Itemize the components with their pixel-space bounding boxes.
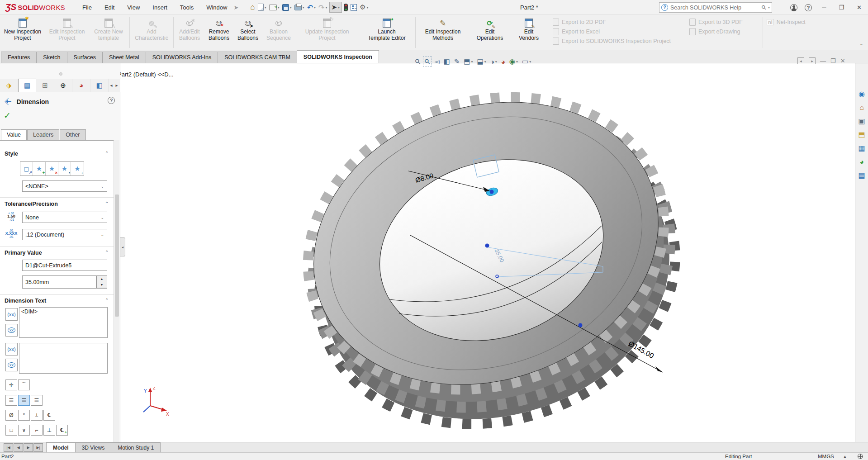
tab-motion-study-1[interactable]: Motion Study 1 (111, 442, 161, 452)
document-close-button[interactable]: ✕ (840, 57, 845, 64)
tolerance-section-header[interactable]: Tolerance/Precision (5, 201, 58, 207)
tolerance-dropdown[interactable]: None⌄ (22, 212, 107, 223)
hide-show-items-button[interactable]: ◑▾ (489, 57, 498, 66)
edit-inspection-project-button[interactable]: ✎ Edit InspectionProject (45, 15, 89, 50)
update-inspection-project-button[interactable]: ↻ Update InspectionProject (297, 15, 357, 50)
style-section-header[interactable]: Style (5, 151, 18, 157)
status-globe-icon[interactable] (858, 454, 863, 459)
restore-button[interactable]: ❐ (836, 4, 847, 11)
tab-model[interactable]: Model (46, 442, 76, 452)
previous-view-button[interactable]: ◅ (433, 57, 441, 66)
delete-style-button[interactable]: ★× (46, 162, 58, 175)
spinner-down-button[interactable]: ▼ (97, 282, 107, 289)
home-button[interactable]: ⌂ (249, 1, 256, 13)
create-style-button[interactable]: ▢↗ (20, 162, 33, 175)
display-manager-tab[interactable]: ◕ (72, 79, 90, 92)
document-properties-button[interactable] (350, 3, 358, 12)
gear-model[interactable] (270, 63, 714, 442)
collapse-ribbon-button[interactable]: ⌃ (859, 43, 863, 49)
section-view-button[interactable]: ◧ (442, 57, 451, 66)
new-inspection-project-button[interactable]: ✱ New InspectionProject (0, 15, 45, 50)
primary-value-collapse-icon[interactable]: ⌃ (105, 250, 109, 255)
options-button[interactable]: ⚙▾ (359, 2, 369, 13)
style-collapse-icon[interactable]: ⌃ (105, 151, 109, 156)
edit-vendors-button[interactable]: ✎ EditVendors (511, 15, 547, 50)
open-button[interactable]: ▾ (268, 3, 280, 12)
add-edit-balloons-button[interactable]: ✱ Add/EditBalloons (175, 15, 204, 50)
dimension-handle-dot[interactable] (490, 190, 494, 194)
center-dimension-button[interactable]: ✛ (5, 379, 17, 390)
save-style-button[interactable]: ★▪ (58, 162, 71, 175)
document-minimize-button[interactable]: — (820, 57, 826, 64)
cam-tree-tab[interactable]: ◧ (90, 79, 109, 92)
view-orientation-button[interactable]: ⬒▾ (462, 57, 474, 66)
view-settings-button[interactable]: ▭▾ (521, 57, 532, 66)
first-tab-button[interactable]: |◀ (4, 443, 13, 452)
tab-leaders[interactable]: Leaders (27, 129, 59, 140)
view-palette-icon[interactable]: ▦ (858, 144, 865, 152)
tab-value[interactable]: Value (1, 129, 27, 140)
previous-document-icon[interactable]: ◂ (797, 57, 804, 64)
dimxpert-manager-tab[interactable]: ⊕ (54, 79, 72, 92)
units-dropdown-icon[interactable]: ▲ (843, 455, 847, 459)
menu-edit[interactable]: Edit (99, 2, 120, 13)
precision-dropdown[interactable]: .12 (Document)⌄ (22, 229, 107, 240)
last-tab-button[interactable]: ▶| (33, 443, 43, 452)
panel-collapse-handle[interactable]: ◂ (120, 237, 125, 256)
primary-value-section-header[interactable]: Primary Value (5, 250, 42, 256)
menu-file[interactable]: File (77, 2, 97, 13)
justify-right-button[interactable]: ☰ (31, 395, 43, 406)
tab-3d-views[interactable]: 3D Views (75, 442, 111, 452)
menu-insert[interactable]: Insert (147, 2, 173, 13)
justify-center-button[interactable]: ☰ (18, 395, 30, 406)
spinner-up-button[interactable]: ▲ (97, 276, 107, 282)
appearances-scenes-icon[interactable]: ◕ (859, 157, 864, 166)
tab-solidworks-cam-tbm[interactable]: SOLIDWORKS CAM TBM (218, 52, 297, 63)
pin-menu-icon[interactable]: ➤ (233, 4, 238, 11)
plus-minus-symbol-button[interactable]: ± (31, 410, 43, 421)
counterbore-symbol-button[interactable]: ⌐ (31, 425, 43, 436)
dimension-text-input-2[interactable] (19, 343, 108, 374)
panel-tabs-scroll-left[interactable]: ◂ (109, 79, 114, 92)
load-style-button[interactable]: ★↓ (71, 162, 84, 175)
dimension-text-input[interactable]: <DIM> (19, 307, 108, 338)
model-viewport[interactable]: Ø8.00 35.00 Ø145.00 Y Z X (0, 63, 868, 442)
balloon-sequence-button[interactable]: BalloonSequence (262, 15, 295, 50)
next-tab-button[interactable]: ▶ (24, 443, 33, 452)
add-characteristic-button[interactable]: ▨✎ AddCharacteristic (131, 15, 172, 50)
remove-balloons-button[interactable]: ✕ RemoveBalloons (204, 15, 233, 50)
search-dropdown-icon[interactable]: ▾ (768, 5, 770, 9)
user-account-icon[interactable] (790, 4, 797, 11)
menu-view[interactable]: View (122, 2, 145, 13)
dimension-handle-dot[interactable] (579, 323, 583, 327)
export-3d-pdf-button[interactable]: Export to 3D PDF (689, 17, 762, 27)
panel-splitter-dot[interactable] (59, 72, 62, 76)
ok-checkmark-button[interactable]: ✓ (4, 110, 11, 121)
export-2d-pdf-button[interactable]: Export to 2D PDF (553, 17, 689, 27)
zoom-to-area-button[interactable]: ⚲ (423, 56, 432, 67)
justify-left-button[interactable]: ☰ (5, 395, 17, 406)
feature-manager-tab[interactable]: ⬗ (0, 79, 18, 92)
zoom-to-fit-button[interactable]: ⚲ (414, 57, 422, 66)
help-search-box[interactable]: ? ⚲ ▾ (659, 2, 772, 13)
more-symbols-button[interactable]: ℄+ (56, 425, 68, 436)
dimension-text-section-header[interactable]: Dimension Text (5, 298, 46, 304)
paren-text-button-2[interactable]: (xx) (5, 343, 18, 356)
document-restore-button[interactable]: ❐ (830, 57, 836, 64)
undo-button[interactable]: ↶▾ (306, 2, 317, 13)
dimension-text-collapse-icon[interactable]: ⌃ (105, 298, 109, 303)
rebuild-button[interactable] (343, 2, 349, 13)
tab-surfaces[interactable]: Surfaces (67, 52, 103, 63)
paren-text-button[interactable]: (xx) (5, 308, 18, 321)
menu-window[interactable]: Window (201, 2, 232, 13)
add-style-button[interactable]: ★+ (33, 162, 46, 175)
create-new-template-button[interactable]: A Create Newtemplate (89, 15, 128, 50)
tab-other[interactable]: Other (60, 129, 85, 140)
home-icon[interactable]: ⌂ (859, 103, 864, 112)
status-units[interactable]: MMGS (818, 454, 834, 459)
previous-tab-button[interactable]: ◀ (14, 443, 23, 452)
countersink-symbol-button[interactable]: ∨ (18, 425, 30, 436)
tab-features[interactable]: Features (1, 52, 37, 63)
panel-tabs-scroll-right[interactable]: ▸ (114, 79, 119, 92)
select-tool-button[interactable]: ➤▾ (329, 2, 342, 13)
